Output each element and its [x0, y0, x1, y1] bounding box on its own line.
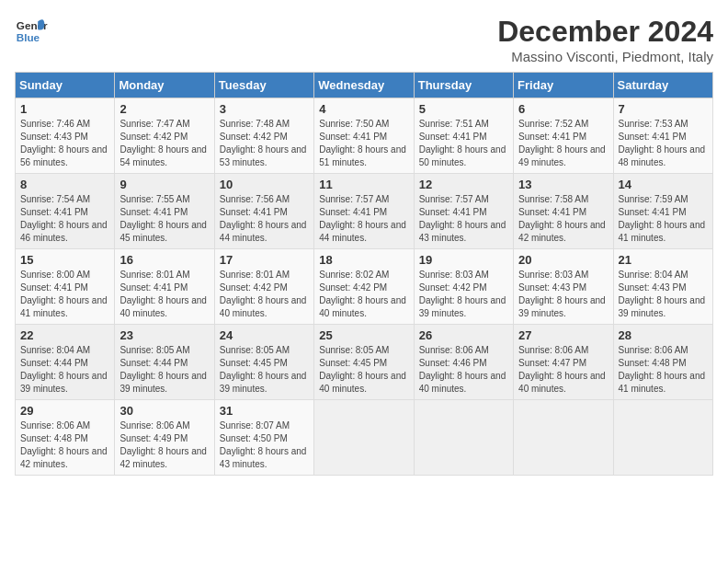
calendar-cell: [414, 400, 513, 476]
calendar-cell: 12Sunrise: 7:57 AMSunset: 4:41 PMDayligh…: [414, 174, 513, 249]
calendar-cell: 22Sunrise: 8:04 AMSunset: 4:44 PMDayligh…: [16, 325, 115, 400]
calendar-cell: 10Sunrise: 7:56 AMSunset: 4:41 PMDayligh…: [214, 174, 313, 249]
calendar-week-1: 1Sunrise: 7:46 AMSunset: 4:43 PMDaylight…: [16, 98, 713, 174]
day-number: 4: [319, 102, 408, 116]
weekday-header-row: SundayMondayTuesdayWednesdayThursdayFrid…: [16, 73, 713, 98]
day-number: 20: [518, 253, 608, 267]
calendar-week-3: 15Sunrise: 8:00 AMSunset: 4:41 PMDayligh…: [16, 249, 713, 325]
weekday-saturday: Saturday: [613, 73, 712, 98]
day-info: Sunrise: 7:52 AMSunset: 4:41 PMDaylight:…: [518, 119, 606, 167]
day-number: 26: [419, 328, 508, 342]
day-number: 15: [20, 253, 109, 267]
day-info: Sunrise: 8:06 AMSunset: 4:48 PMDaylight:…: [20, 420, 108, 469]
day-info: Sunrise: 7:48 AMSunset: 4:42 PMDaylight:…: [220, 119, 307, 167]
day-number: 8: [20, 178, 109, 191]
day-info: Sunrise: 8:04 AMSunset: 4:44 PMDaylight:…: [20, 345, 108, 394]
calendar-cell: 15Sunrise: 8:00 AMSunset: 4:41 PMDayligh…: [16, 249, 115, 325]
day-info: Sunrise: 8:05 AMSunset: 4:45 PMDaylight:…: [220, 345, 307, 394]
calendar-cell: [613, 400, 712, 476]
calendar-cell: 16Sunrise: 8:01 AMSunset: 4:41 PMDayligh…: [115, 249, 214, 325]
calendar-cell: 5Sunrise: 7:51 AMSunset: 4:41 PMDaylight…: [414, 98, 513, 174]
day-info: Sunrise: 7:47 AMSunset: 4:42 PMDaylight:…: [119, 119, 207, 167]
calendar-cell: 2Sunrise: 7:47 AMSunset: 4:42 PMDaylight…: [115, 98, 214, 174]
calendar-table: SundayMondayTuesdayWednesdayThursdayFrid…: [15, 72, 713, 476]
header: General Blue December 2024 Massino Visco…: [15, 15, 713, 64]
day-number: 5: [419, 102, 508, 116]
calendar-cell: 27Sunrise: 8:06 AMSunset: 4:47 PMDayligh…: [514, 325, 613, 400]
weekday-sunday: Sunday: [16, 73, 115, 98]
calendar-cell: 30Sunrise: 8:06 AMSunset: 4:49 PMDayligh…: [115, 400, 214, 476]
day-number: 2: [119, 102, 209, 116]
day-info: Sunrise: 8:01 AMSunset: 4:41 PMDaylight:…: [119, 270, 207, 318]
day-info: Sunrise: 8:06 AMSunset: 4:46 PMDaylight:…: [419, 345, 506, 394]
calendar-week-2: 8Sunrise: 7:54 AMSunset: 4:41 PMDaylight…: [16, 174, 713, 249]
day-info: Sunrise: 7:55 AMSunset: 4:41 PMDaylight:…: [119, 194, 207, 243]
calendar-cell: 3Sunrise: 7:48 AMSunset: 4:42 PMDaylight…: [214, 98, 313, 174]
calendar-cell: 24Sunrise: 8:05 AMSunset: 4:45 PMDayligh…: [214, 325, 313, 400]
day-info: Sunrise: 8:06 AMSunset: 4:47 PMDaylight:…: [518, 345, 606, 394]
day-number: 29: [20, 404, 109, 418]
day-info: Sunrise: 8:02 AMSunset: 4:42 PMDaylight:…: [319, 270, 406, 318]
day-number: 21: [619, 253, 708, 267]
day-number: 14: [619, 178, 708, 191]
day-info: Sunrise: 7:54 AMSunset: 4:41 PMDaylight:…: [20, 194, 108, 243]
weekday-tuesday: Tuesday: [214, 73, 313, 98]
day-number: 9: [119, 178, 209, 191]
day-info: Sunrise: 8:00 AMSunset: 4:41 PMDaylight:…: [20, 270, 108, 318]
day-number: 7: [619, 102, 708, 116]
title-block: December 2024 Massino Visconti, Piedmont…: [497, 15, 713, 64]
calendar-cell: 8Sunrise: 7:54 AMSunset: 4:41 PMDaylight…: [16, 174, 115, 249]
weekday-wednesday: Wednesday: [314, 73, 414, 98]
day-info: Sunrise: 8:05 AMSunset: 4:44 PMDaylight:…: [119, 345, 207, 394]
day-number: 27: [518, 328, 608, 342]
day-info: Sunrise: 8:01 AMSunset: 4:42 PMDaylight:…: [220, 270, 307, 318]
day-info: Sunrise: 7:53 AMSunset: 4:41 PMDaylight:…: [619, 119, 706, 167]
day-info: Sunrise: 7:57 AMSunset: 4:41 PMDaylight:…: [419, 194, 506, 243]
day-info: Sunrise: 8:06 AMSunset: 4:48 PMDaylight:…: [619, 345, 706, 394]
day-number: 24: [220, 328, 309, 342]
day-number: 16: [119, 253, 209, 267]
day-info: Sunrise: 8:06 AMSunset: 4:49 PMDaylight:…: [119, 420, 207, 469]
calendar-week-5: 29Sunrise: 8:06 AMSunset: 4:48 PMDayligh…: [16, 400, 713, 476]
calendar-week-4: 22Sunrise: 8:04 AMSunset: 4:44 PMDayligh…: [16, 325, 713, 400]
day-number: 12: [419, 178, 508, 191]
day-number: 28: [619, 328, 708, 342]
weekday-friday: Friday: [514, 73, 613, 98]
day-info: Sunrise: 7:50 AMSunset: 4:41 PMDaylight:…: [319, 119, 406, 167]
logo: General Blue: [15, 15, 48, 48]
calendar-cell: 26Sunrise: 8:06 AMSunset: 4:46 PMDayligh…: [414, 325, 513, 400]
calendar-cell: 18Sunrise: 8:02 AMSunset: 4:42 PMDayligh…: [314, 249, 414, 325]
day-number: 30: [119, 404, 209, 418]
day-number: 10: [220, 178, 309, 191]
day-number: 23: [119, 328, 209, 342]
day-info: Sunrise: 8:04 AMSunset: 4:43 PMDaylight:…: [619, 270, 706, 318]
calendar-cell: 17Sunrise: 8:01 AMSunset: 4:42 PMDayligh…: [214, 249, 313, 325]
calendar-cell: 19Sunrise: 8:03 AMSunset: 4:42 PMDayligh…: [414, 249, 513, 325]
day-number: 1: [20, 102, 109, 116]
day-number: 25: [319, 328, 408, 342]
calendar-cell: 29Sunrise: 8:06 AMSunset: 4:48 PMDayligh…: [16, 400, 115, 476]
calendar-cell: 7Sunrise: 7:53 AMSunset: 4:41 PMDaylight…: [613, 98, 712, 174]
day-info: Sunrise: 7:56 AMSunset: 4:41 PMDaylight:…: [220, 194, 307, 243]
calendar-cell: [514, 400, 613, 476]
calendar-cell: 25Sunrise: 8:05 AMSunset: 4:45 PMDayligh…: [314, 325, 414, 400]
calendar-cell: 13Sunrise: 7:58 AMSunset: 4:41 PMDayligh…: [514, 174, 613, 249]
day-number: 6: [518, 102, 608, 116]
weekday-thursday: Thursday: [414, 73, 513, 98]
month-title: December 2024: [497, 15, 713, 49]
day-number: 19: [419, 253, 508, 267]
day-info: Sunrise: 8:03 AMSunset: 4:43 PMDaylight:…: [518, 270, 606, 318]
location-subtitle: Massino Visconti, Piedmont, Italy: [497, 49, 713, 64]
calendar-cell: 6Sunrise: 7:52 AMSunset: 4:41 PMDaylight…: [514, 98, 613, 174]
calendar-cell: 20Sunrise: 8:03 AMSunset: 4:43 PMDayligh…: [514, 249, 613, 325]
day-info: Sunrise: 7:59 AMSunset: 4:41 PMDaylight:…: [619, 194, 706, 243]
logo-icon: General Blue: [15, 15, 48, 48]
calendar-cell: 28Sunrise: 8:06 AMSunset: 4:48 PMDayligh…: [613, 325, 712, 400]
day-number: 18: [319, 253, 408, 267]
calendar-cell: 14Sunrise: 7:59 AMSunset: 4:41 PMDayligh…: [613, 174, 712, 249]
day-info: Sunrise: 7:46 AMSunset: 4:43 PMDaylight:…: [20, 119, 108, 167]
calendar-cell: 31Sunrise: 8:07 AMSunset: 4:50 PMDayligh…: [214, 400, 313, 476]
day-number: 3: [220, 102, 309, 116]
calendar-cell: 9Sunrise: 7:55 AMSunset: 4:41 PMDaylight…: [115, 174, 214, 249]
day-info: Sunrise: 8:05 AMSunset: 4:45 PMDaylight:…: [319, 345, 406, 394]
